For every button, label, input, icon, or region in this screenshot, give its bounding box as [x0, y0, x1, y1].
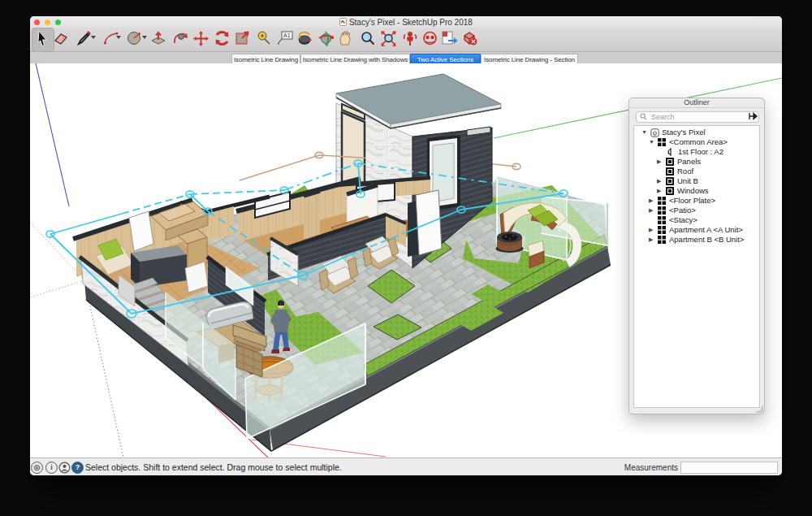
- svg-text:A1: A1: [283, 33, 291, 38]
